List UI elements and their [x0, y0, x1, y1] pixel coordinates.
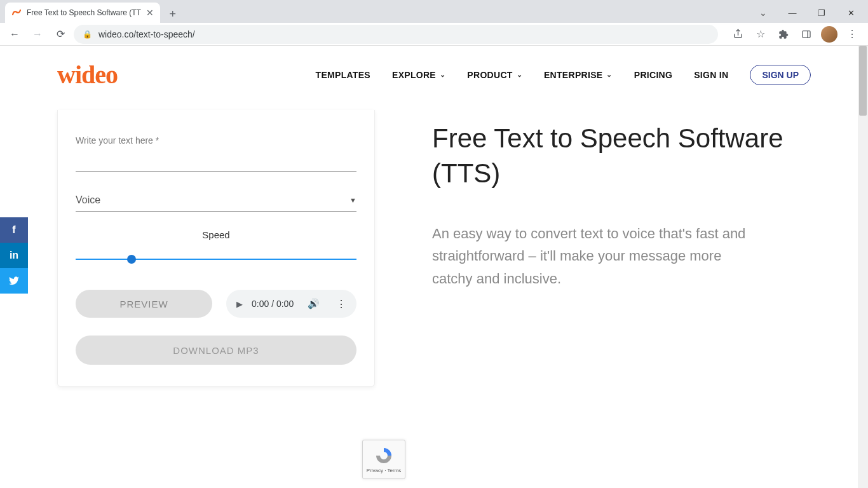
dropdown-arrow-icon: ▼ — [349, 196, 356, 204]
url-text: wideo.co/text-to-speech/ — [98, 29, 195, 39]
nav-enterprise[interactable]: ENTERPRISE⌄ — [544, 70, 613, 80]
main-nav: TEMPLATES EXPLORE⌄ PRODUCT⌄ ENTERPRISE⌄ … — [316, 65, 811, 85]
signup-button[interactable]: SIGN UP — [750, 65, 811, 85]
social-rail: f in — [0, 217, 28, 294]
recaptcha-icon — [374, 446, 393, 465]
audio-player[interactable]: ▶ 0:00 / 0:00 🔊 ⋮ — [226, 290, 356, 318]
close-tab-icon[interactable]: ✕ — [146, 8, 154, 18]
speed-label: Speed — [76, 229, 356, 240]
tab-title: Free Text to Speech Software (TT — [27, 8, 141, 17]
slider-track — [76, 259, 356, 260]
bookmark-icon[interactable]: ☆ — [750, 25, 771, 44]
new-tab-button[interactable]: + — [164, 5, 182, 23]
close-window-button[interactable]: ✕ — [836, 3, 865, 23]
volume-icon[interactable]: 🔊 — [308, 298, 320, 309]
address-bar: ← → ⟳ 🔒 wideo.co/text-to-speech/ ☆ ⋮ — [0, 23, 868, 46]
scrollbar[interactable] — [858, 46, 868, 488]
favicon-icon — [11, 8, 22, 18]
menu-icon[interactable]: ⋮ — [841, 25, 863, 44]
maximize-button[interactable]: ❐ — [807, 3, 836, 23]
hero: Free Text to Speech Software (TTS) An ea… — [432, 110, 811, 387]
window-controls: ⌄ — ❐ ✕ — [749, 3, 865, 23]
forward-button[interactable]: → — [28, 25, 47, 44]
side-panel-icon[interactable] — [796, 25, 817, 44]
hero-title: Free Text to Speech Software (TTS) — [432, 121, 811, 191]
nav-product[interactable]: PRODUCT⌄ — [467, 70, 522, 80]
text-input[interactable] — [76, 171, 356, 172]
play-icon[interactable]: ▶ — [236, 299, 243, 309]
download-button[interactable]: DOWNLOAD MP3 — [76, 336, 356, 365]
speed-slider[interactable] — [76, 253, 356, 266]
recaptcha-badge[interactable]: Privacy · Terms — [362, 440, 405, 479]
page-content: wideo TEMPLATES EXPLORE⌄ PRODUCT⌄ ENTERP… — [0, 46, 868, 488]
browser-chrome: Free Text to Speech Software (TT ✕ + ⌄ —… — [0, 0, 868, 46]
share-twitter-button[interactable] — [0, 268, 28, 294]
browser-tab[interactable]: Free Text to Speech Software (TT ✕ — [5, 3, 160, 23]
share-icon[interactable] — [727, 25, 749, 44]
chevron-down-icon: ⌄ — [440, 71, 445, 79]
chevron-down-icon: ⌄ — [517, 71, 522, 79]
audio-menu-icon[interactable]: ⋮ — [336, 298, 346, 310]
nav-signin[interactable]: SIGN IN — [694, 70, 728, 80]
back-button[interactable]: ← — [5, 25, 24, 44]
tab-bar: Free Text to Speech Software (TT ✕ + ⌄ —… — [0, 0, 868, 23]
voice-select[interactable]: Voice ▼ — [76, 194, 356, 212]
reload-button[interactable]: ⟳ — [51, 25, 70, 44]
voice-label: Voice — [76, 194, 100, 206]
hero-subtitle: An easy way to convert text to voice tha… — [432, 222, 763, 290]
tts-card: Write your text here * Voice ▼ Speed PRE… — [57, 110, 375, 387]
main-content: Write your text here * Voice ▼ Speed PRE… — [0, 110, 868, 387]
site-header: wideo TEMPLATES EXPLORE⌄ PRODUCT⌄ ENTERP… — [0, 46, 868, 104]
scrollbar-thumb[interactable] — [859, 46, 867, 116]
svg-rect-0 — [803, 30, 810, 37]
text-input-label: Write your text here * — [76, 135, 356, 146]
share-facebook-button[interactable]: f — [0, 217, 28, 243]
preview-button[interactable]: PREVIEW — [76, 290, 212, 318]
url-bar[interactable]: 🔒 wideo.co/text-to-speech/ — [74, 25, 718, 44]
tab-search-icon[interactable]: ⌄ — [749, 3, 778, 23]
extensions-icon[interactable] — [773, 25, 794, 44]
nav-explore[interactable]: EXPLORE⌄ — [392, 70, 445, 80]
share-linkedin-button[interactable]: in — [0, 243, 28, 268]
chevron-down-icon: ⌄ — [606, 71, 612, 79]
logo[interactable]: wideo — [57, 60, 118, 90]
lock-icon: 🔒 — [83, 30, 92, 39]
nav-pricing[interactable]: PRICING — [634, 70, 672, 80]
nav-templates[interactable]: TEMPLATES — [316, 70, 370, 80]
audio-time: 0:00 / 0:00 — [252, 299, 294, 309]
minimize-button[interactable]: — — [778, 3, 807, 23]
profile-avatar[interactable] — [818, 25, 840, 44]
slider-thumb[interactable] — [127, 255, 136, 264]
recaptcha-text: Privacy · Terms — [367, 468, 402, 473]
